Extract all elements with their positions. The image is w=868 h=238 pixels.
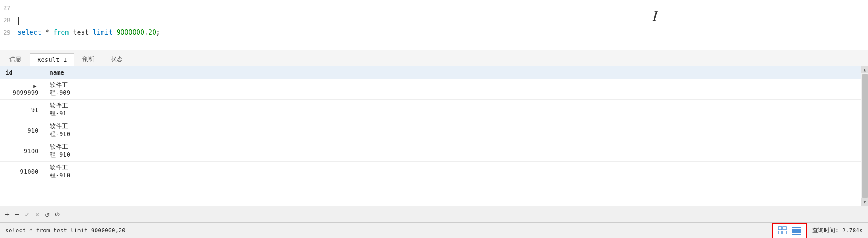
svg-rect-1: [783, 227, 786, 230]
svg-rect-0: [778, 227, 782, 230]
data-table-wrapper: id name ▶ 9099999 软件工程-909 91 软件工程-91: [0, 66, 868, 206]
scrollbar-vertical[interactable]: ▲ ▼: [861, 66, 868, 206]
detail-icon: [792, 226, 801, 235]
line-number-28: 28: [0, 14, 18, 26]
cancel-button[interactable]: ✕: [34, 209, 41, 219]
grid-icon: [778, 226, 787, 235]
query-time-label: 查询时间: 2.784s: [807, 227, 863, 234]
refresh-button[interactable]: ↺: [43, 209, 51, 219]
cell-name: 软件工程-910: [44, 120, 79, 141]
table-row[interactable]: 9100 软件工程-910: [0, 141, 868, 162]
delete-row-button[interactable]: −: [14, 209, 21, 219]
svg-rect-2: [778, 231, 782, 234]
svg-rect-6: [792, 231, 801, 233]
cell-name: 软件工程-910: [44, 141, 79, 162]
toolbar-buttons: + − ✓ ✕ ↺ ⊘: [4, 209, 61, 219]
tab-profile[interactable]: 剖析: [75, 52, 102, 66]
cell-name: 软件工程-909: [44, 79, 79, 100]
table-row[interactable]: ▶ 9099999 软件工程-909: [0, 79, 868, 100]
line-content-29: select * from test limit 9000000,20;: [18, 26, 160, 39]
cell-id: 91: [0, 100, 44, 120]
stop-button[interactable]: ⊘: [54, 209, 61, 219]
grid-view-button[interactable]: [776, 225, 789, 236]
cell-id: 9100: [0, 141, 44, 162]
detail-view-button[interactable]: [790, 225, 803, 236]
line-content-28: [18, 14, 19, 26]
cell-id: ▶ 9099999: [0, 79, 44, 100]
cell-id: 91000: [0, 162, 44, 182]
scrollbar-up-btn[interactable]: ▲: [861, 66, 868, 73]
cell-name: 软件工程-91: [44, 100, 79, 120]
cell-spacer: [79, 79, 868, 100]
editor-lines: 27 28 29 select * from test limit 900000…: [0, 0, 868, 40]
result-table: id name ▶ 9099999 软件工程-909 91 软件工程-91: [0, 66, 868, 182]
view-toggle-box[interactable]: [772, 223, 807, 238]
cell-spacer: [79, 100, 868, 120]
cell-spacer: [79, 141, 868, 162]
table-row[interactable]: 91 软件工程-91: [0, 100, 868, 120]
tab-result1[interactable]: Result 1: [30, 53, 74, 66]
svg-rect-4: [792, 227, 801, 228]
table-row[interactable]: 910 软件工程-910: [0, 120, 868, 141]
editor-line-29: 29 select * from test limit 9000000,20;: [0, 26, 868, 39]
col-header-name: name: [44, 66, 79, 79]
line-number-29: 29: [0, 26, 18, 39]
confirm-button[interactable]: ✓: [24, 209, 31, 219]
svg-rect-3: [783, 231, 786, 234]
add-row-button[interactable]: +: [4, 209, 11, 219]
scrollbar-down-btn[interactable]: ▼: [861, 198, 868, 206]
editor-line-27: 27: [0, 2, 868, 14]
editor-line-28: 28: [0, 14, 868, 26]
svg-rect-7: [792, 234, 801, 235]
status-sql-text: select * from test limit 9000000,20: [5, 227, 125, 234]
result-area: id name ▶ 9099999 软件工程-909 91 软件工程-91: [0, 66, 868, 206]
table-header-row: id name: [0, 66, 868, 79]
col-header-id: id: [0, 66, 44, 79]
col-header-spacer: [79, 66, 868, 79]
editor-area[interactable]: 27 28 29 select * from test limit 900000…: [0, 0, 868, 50]
tabs-bar: 信息 Result 1 剖析 状态: [0, 50, 868, 66]
tab-info[interactable]: 信息: [2, 52, 29, 66]
table-row[interactable]: 91000 软件工程-910: [0, 162, 868, 182]
main-content: 27 28 29 select * from test limit 900000…: [0, 0, 868, 238]
svg-rect-5: [792, 229, 801, 231]
row-indicator: ▶: [33, 83, 38, 89]
tab-status[interactable]: 状态: [103, 52, 130, 66]
bottom-toolbar: + − ✓ ✕ ↺ ⊘: [0, 206, 868, 222]
status-bar: select * from test limit 9000000,20: [0, 222, 868, 238]
cell-spacer: [79, 162, 868, 182]
cell-spacer: [79, 120, 868, 141]
line-number-27: 27: [0, 2, 18, 14]
cell-name: 软件工程-910: [44, 162, 79, 182]
cell-id: 910: [0, 120, 44, 141]
scrollbar-thumb[interactable]: [862, 74, 868, 198]
status-right: 查询时间: 2.784s: [772, 223, 863, 238]
